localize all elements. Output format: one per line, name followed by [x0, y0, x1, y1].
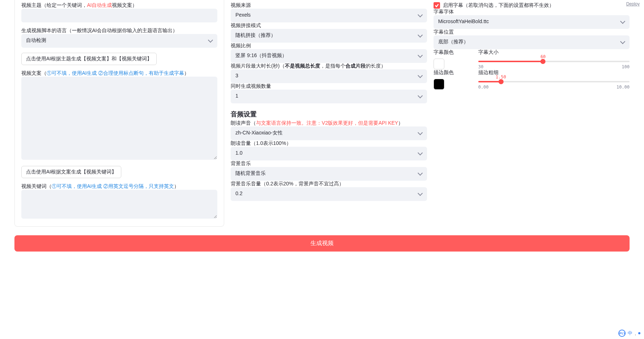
- slider-min: 0.00: [478, 85, 489, 90]
- stroke-color-label: 描边颜色: [434, 69, 473, 76]
- bgm-volume-label: 背景音乐音量（0.2表示20%，背景声音不宜过高）: [231, 181, 427, 187]
- enable-subtitle-checkbox[interactable]: [434, 2, 440, 9]
- subtitle-position-label: 字幕位置: [434, 29, 630, 35]
- subtitle-color-label: 字幕颜色: [434, 49, 473, 56]
- concurrent-videos-select[interactable]: 1: [231, 90, 427, 103]
- slider-max: 100: [622, 64, 630, 69]
- script-language-label: 生成视频脚本的语言（一般情况AI会自动根据你输入的主题语言输出）: [21, 27, 217, 34]
- video-topic-label: 视频主题（给定一个关键词，AI自动生成视频文案）: [21, 2, 217, 9]
- voice-label: 朗读声音（与文案语言保持一致。注意：V2版效果更好，但是需要API KEY）: [231, 120, 427, 126]
- stroke-color-picker[interactable]: [434, 79, 444, 90]
- subtitle-color-picker[interactable]: [434, 59, 444, 69]
- video-source-select[interactable]: Pexels: [231, 9, 427, 22]
- subtitle-position-select[interactable]: 底部（推荐）: [434, 35, 630, 49]
- generate-video-button[interactable]: 生成视频: [14, 235, 630, 252]
- bgm-select[interactable]: 随机背景音乐: [231, 167, 427, 181]
- video-keywords-label: 视频关键词（①可不填，使用AI生成 ②用英文逗号分隔，只支持英文）: [21, 183, 217, 190]
- slider-max: 10.00: [617, 85, 630, 90]
- clip-max-duration-label: 视频片段最大时长(秒)（不是视频总长度，是指每个合成片段的长度）: [231, 63, 427, 69]
- enable-subtitle-label: 启用字幕（若取消勾选，下面的设置都将不生效）: [443, 2, 554, 9]
- video-topic-input[interactable]: [21, 9, 217, 22]
- subtitle-size-label: 字幕大小: [478, 49, 630, 56]
- aspect-ratio-label: 视频比例: [231, 43, 427, 49]
- concat-mode-label: 视频拼接模式: [231, 22, 427, 29]
- script-settings-panel: 视频主题（给定一个关键词，AI自动生成视频文案） 生成视频脚本的语言（一般情况A…: [14, 0, 224, 227]
- concurrent-videos-label: 同时生成视频数量: [231, 83, 427, 90]
- generate-by-topic-button[interactable]: 点击使用AI根据主题生成【视频文案】和【视频关键词】: [21, 53, 157, 65]
- voice-volume-select[interactable]: 1.0: [231, 147, 427, 160]
- stroke-width-slider[interactable]: 1.50 0.00 10.00: [478, 76, 630, 90]
- concat-mode-select[interactable]: 随机拼接（推荐）: [231, 29, 427, 43]
- video-keywords-textarea[interactable]: [21, 190, 217, 219]
- script-language-select[interactable]: 自动检测: [21, 34, 217, 48]
- subtitle-settings-panel: 启用字幕（若取消勾选，下面的设置都将不生效） 字幕字体 MicrosoftYaH…: [434, 0, 630, 90]
- bgm-volume-select[interactable]: 0.2: [231, 187, 427, 201]
- audio-settings-title: 音频设置: [231, 110, 427, 119]
- video-source-label: 视频来源: [231, 2, 427, 9]
- subtitle-font-label: 字幕字体: [434, 9, 630, 15]
- video-script-textarea[interactable]: [21, 77, 217, 160]
- bgm-label: 背景音乐: [231, 160, 427, 167]
- clip-max-duration-select[interactable]: 3: [231, 69, 427, 83]
- aspect-ratio-select[interactable]: 竖屏 9:16（抖音视频）: [231, 49, 427, 63]
- generate-by-script-button[interactable]: 点击使用AI根据文案生成【视频关键词】: [21, 166, 121, 178]
- deploy-link[interactable]: Deploy: [626, 1, 640, 7]
- audio-settings-panel: 音频设置 朗读声音（与文案语言保持一致。注意：V2版效果更好，但是需要API K…: [231, 110, 427, 201]
- subtitle-font-select[interactable]: MicrosoftYaHeiBold.ttc: [434, 15, 630, 29]
- voice-volume-label: 朗读音量（1.0表示100%）: [231, 140, 427, 147]
- voice-select[interactable]: zh-CN-Xiaoxiao-女性: [231, 126, 427, 140]
- subtitle-size-slider[interactable]: 60 30 100: [478, 56, 630, 69]
- slider-min: 30: [478, 64, 483, 69]
- video-settings-panel: 视频来源 Pexels 视频拼接模式 随机拼接（推荐） 视频比例 竖屏 9:16…: [231, 0, 427, 103]
- check-icon: [435, 3, 439, 8]
- video-script-label: 视频文案（①可不填，使用AI生成 ②合理使用标点断句，有助于生成字幕）: [21, 70, 217, 77]
